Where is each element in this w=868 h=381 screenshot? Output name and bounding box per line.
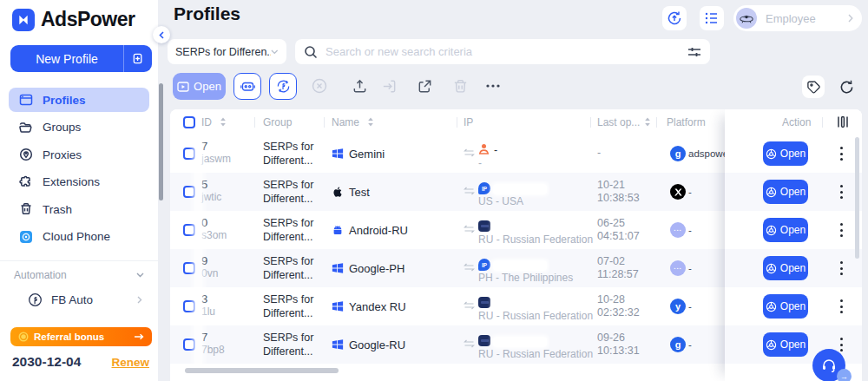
open-profile-button[interactable]: Open xyxy=(763,141,808,166)
search-bar[interactable] xyxy=(295,39,710,64)
proxy-shield-icon xyxy=(478,220,490,232)
sidebar-item-trash[interactable]: Trash xyxy=(9,197,149,221)
ip-country: US - USA xyxy=(478,195,523,207)
profile-id-suffix: jwtic xyxy=(201,191,221,203)
sidebar-item-groups[interactable]: Groups xyxy=(9,115,149,140)
rpa-robot-button[interactable] xyxy=(233,73,261,100)
column-settings-icon[interactable] xyxy=(836,115,850,128)
row-menu-button[interactable] xyxy=(834,221,848,239)
tag-button[interactable] xyxy=(802,76,825,98)
fb-auto-label: FB Auto xyxy=(51,293,128,306)
chevron-down-icon xyxy=(271,49,279,55)
select-all-checkbox[interactable] xyxy=(183,116,195,128)
task-list-button[interactable] xyxy=(700,6,724,30)
swap-arrows-icon xyxy=(464,263,475,272)
referral-bonus-banner[interactable]: Referral bonus xyxy=(10,327,152,346)
user-menu[interactable]: Employee xyxy=(733,5,862,31)
profile-name: Android-RU xyxy=(349,224,408,237)
chevron-down-icon xyxy=(136,273,144,278)
row-checkbox[interactable] xyxy=(183,338,195,351)
redacted-ip xyxy=(493,184,547,194)
sidebar: AdsPower New Profile Profiles Groups Pro… xyxy=(0,0,158,381)
sort-icon xyxy=(220,117,227,127)
profile-id: 9 xyxy=(201,254,207,267)
row-checkbox[interactable] xyxy=(183,186,195,198)
proxies-icon xyxy=(19,148,33,161)
windows-icon xyxy=(332,262,344,274)
open-label: Open xyxy=(194,80,221,93)
col-platform[interactable]: Platform xyxy=(667,116,706,128)
profile-id: 3 xyxy=(201,292,207,305)
col-id[interactable]: ID xyxy=(201,116,212,128)
trash-icon xyxy=(452,78,469,95)
sidebar-item-proxies[interactable]: Proxies xyxy=(9,142,149,167)
sidebar-item-label: Trash xyxy=(43,203,72,216)
platform-account: - xyxy=(688,301,727,312)
row-menu-button[interactable] xyxy=(834,145,848,162)
refresh-button[interactable] xyxy=(835,76,858,98)
browser-icon xyxy=(766,301,777,312)
row-checkbox[interactable] xyxy=(183,262,195,274)
sidebar-scrollbar[interactable] xyxy=(159,83,163,200)
close-all-button[interactable] xyxy=(309,76,330,96)
more-actions-button[interactable] xyxy=(483,76,503,96)
sidebar-item-fb-auto[interactable]: FB Auto xyxy=(28,288,142,311)
share-icon xyxy=(417,78,433,95)
vertical-scrollbar[interactable] xyxy=(855,137,859,259)
group-filter-dropdown[interactable]: SERPs for Differen... xyxy=(168,39,286,64)
open-profile-button[interactable]: Open xyxy=(763,256,808,280)
swap-arrows-icon xyxy=(464,225,475,233)
open-profiles-button[interactable]: Open xyxy=(173,73,226,100)
sidebar-item-profiles[interactable]: Profiles xyxy=(9,88,149,112)
support-arrow-icon[interactable]: → xyxy=(837,369,852,381)
export-upload-button[interactable] xyxy=(349,76,370,96)
row-checkbox[interactable] xyxy=(183,148,195,160)
horizontal-scrollbar[interactable] xyxy=(185,368,339,373)
row-checkbox[interactable] xyxy=(183,300,195,312)
profile-id: 7 xyxy=(201,140,207,153)
sidebar-item-cloud-phone[interactable]: Cloud Phone xyxy=(9,225,149,249)
new-profile-button[interactable]: New Profile xyxy=(10,45,152,72)
col-ip[interactable]: IP xyxy=(464,116,473,128)
sync-button[interactable] xyxy=(662,6,687,30)
row-checkbox[interactable] xyxy=(183,224,195,236)
import-button[interactable] xyxy=(378,76,399,96)
delete-button[interactable] xyxy=(450,76,470,96)
sort-icon xyxy=(367,117,374,127)
open-profile-button[interactable]: Open xyxy=(763,218,808,242)
renew-link[interactable]: Renew xyxy=(111,356,149,369)
row-menu-button[interactable] xyxy=(834,298,848,315)
col-group[interactable]: Group xyxy=(263,116,292,128)
share-button[interactable] xyxy=(414,76,435,96)
search-icon xyxy=(304,45,318,59)
fb-sync-button[interactable] xyxy=(269,73,297,100)
windows-icon xyxy=(332,300,344,312)
last-open-date: 06-25 xyxy=(597,217,625,229)
sidebar-collapse-button[interactable] xyxy=(153,26,170,43)
open-profile-button[interactable]: Open xyxy=(763,180,808,204)
group-cell: SERPs forDifferent... xyxy=(263,292,313,320)
sidebar-item-extensions[interactable]: Extensions xyxy=(9,170,149,194)
profile-id-suffix: 7bp8 xyxy=(201,344,225,356)
windows-icon xyxy=(332,148,344,160)
search-input[interactable] xyxy=(326,45,680,58)
row-menu-button[interactable] xyxy=(834,259,848,277)
sidebar-nav: Profiles Groups Proxies Extensions Trash… xyxy=(9,88,149,252)
arrow-right-icon xyxy=(134,333,144,340)
new-profile-plus-icon[interactable] xyxy=(124,52,152,65)
profile-name: Test xyxy=(349,186,370,199)
col-action[interactable]: Action xyxy=(782,116,811,128)
open-profile-button[interactable]: Open xyxy=(763,332,808,357)
col-name[interactable]: Name xyxy=(332,116,359,128)
automation-section[interactable]: Automation xyxy=(14,269,144,281)
redacted-ip xyxy=(493,299,547,309)
ip-country: RU - Russian Federation xyxy=(478,310,593,322)
redacted-id-band xyxy=(194,135,202,364)
group-cell: SERPs forDifferent... xyxy=(263,140,313,168)
open-profile-button[interactable]: Open xyxy=(763,294,808,319)
action-column-panel: Action Open Open Open Open Open Open xyxy=(725,109,862,381)
filter-sliders-icon[interactable] xyxy=(687,46,701,58)
group-cell: SERPs forDifferent... xyxy=(263,331,313,358)
row-menu-button[interactable] xyxy=(834,183,848,200)
col-last-open[interactable]: Last op... xyxy=(597,116,640,128)
